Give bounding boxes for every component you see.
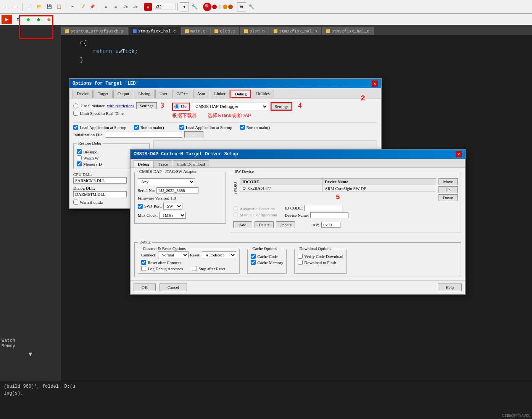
adapter-dropdown[interactable]: Any xyxy=(138,178,195,185)
tab-cpp[interactable]: C/C++ xyxy=(172,90,192,98)
tab-oledh[interactable]: oled.h xyxy=(240,27,269,35)
forward-button[interactable]: → xyxy=(11,2,21,11)
log-debug-check[interactable] xyxy=(141,266,146,271)
tab-hal[interactable]: stm32f1xx_hal.c xyxy=(129,27,180,35)
tab-oledc[interactable]: oled.c xyxy=(210,27,239,35)
reset-after-connect-check[interactable] xyxy=(141,260,146,265)
tab-linker[interactable]: Linker xyxy=(210,90,229,98)
maxclock-dropdown[interactable]: 1MHz xyxy=(159,212,186,219)
driver-tab-trace[interactable]: Trace xyxy=(155,160,172,168)
tab-halh[interactable]: stm32f1xx_hal.h xyxy=(269,27,321,35)
breakpoints-check[interactable] xyxy=(77,149,82,154)
unindent-btn[interactable]: ≡ xyxy=(111,2,120,11)
td-idcode: ⊙ 0x2BA01477 xyxy=(240,185,322,192)
settings-icon[interactable]: 🔧 xyxy=(247,2,256,11)
port-dropdown[interactable]: SW xyxy=(163,203,182,210)
indent-btn[interactable]: ≡ xyxy=(101,2,110,11)
run-main2-check[interactable] xyxy=(240,125,245,130)
tab-listing[interactable]: Listing xyxy=(134,90,154,98)
reset-dropdown[interactable]: Autodetect xyxy=(202,251,236,258)
cancel-btn[interactable]: Cancel xyxy=(160,284,187,291)
uncomment-btn[interactable]: //≡ xyxy=(131,2,140,11)
driver-tab-flash[interactable]: Flash Download xyxy=(173,160,209,168)
comment-btn[interactable]: //≡ xyxy=(121,2,130,11)
tab-label-startup: startup_stm32f103xb.s xyxy=(71,29,124,34)
ap-input[interactable] xyxy=(321,222,340,228)
options-btn[interactable]: ⚙ xyxy=(13,15,23,24)
help-btn[interactable]: Help xyxy=(438,284,462,291)
init-file-input[interactable] xyxy=(106,132,182,138)
dot4 xyxy=(228,5,233,9)
limit-speed-check[interactable] xyxy=(73,111,78,116)
update-btn[interactable]: Update xyxy=(276,221,295,228)
driver-close-btn[interactable]: ✕ xyxy=(456,151,462,157)
open-btn[interactable]: 📂 xyxy=(35,2,44,11)
tab-asm[interactable]: Asm xyxy=(193,90,210,98)
serial-row: Serial No: xyxy=(138,187,222,193)
find-btn[interactable]: 🔍 xyxy=(203,3,211,11)
init-file-browse[interactable]: ... xyxy=(184,131,203,138)
copy-btn[interactable]: 📝 xyxy=(78,2,87,11)
tab-debug[interactable]: Debug xyxy=(231,90,251,98)
left-settings-btn[interactable]: Settings xyxy=(136,102,156,109)
code-line-307: } xyxy=(80,56,528,64)
tab-startup[interactable]: startup_stm32f103xb.s xyxy=(61,27,128,35)
select-dropdown[interactable]: ▼ xyxy=(180,2,189,11)
verify-code-check[interactable] xyxy=(298,254,303,259)
build-icon[interactable]: 🔧 xyxy=(190,2,199,11)
up-btn[interactable]: Up xyxy=(438,186,458,193)
memoryd-check[interactable] xyxy=(77,161,82,166)
move-btn[interactable]: Move xyxy=(438,178,458,185)
use-simulator-radio[interactable] xyxy=(73,103,78,108)
back-button[interactable]: ← xyxy=(2,2,11,11)
debugger-select[interactable]: CMSIS-DAP Debugger xyxy=(192,103,268,110)
delete-btn[interactable]: Delete xyxy=(255,221,274,228)
save-all-btn[interactable]: 📋 xyxy=(55,2,64,11)
cpu-dll-input[interactable] xyxy=(73,177,127,184)
firmware-val: 1.0 xyxy=(171,196,176,200)
diamond-btn2[interactable]: ◆ xyxy=(34,15,43,24)
dialog-dll-input[interactable] xyxy=(73,191,127,197)
add-btn[interactable]: Add xyxy=(233,221,252,228)
cache-code-check[interactable] xyxy=(251,254,256,259)
use-radio[interactable] xyxy=(174,104,179,109)
run-main1-check[interactable] xyxy=(134,125,139,130)
paste-btn[interactable]: 📌 xyxy=(88,2,97,11)
tab-output[interactable]: Output xyxy=(113,90,134,98)
auto-detect-label: Automatic Detection xyxy=(240,206,275,211)
new-file-btn[interactable]: 📄 xyxy=(25,2,34,11)
scroll-arrow[interactable]: ▼ xyxy=(29,351,32,358)
download-flash-check[interactable] xyxy=(298,260,303,265)
serial-input[interactable] xyxy=(156,187,198,193)
save-btn[interactable]: 💾 xyxy=(45,2,54,11)
tab-halc2[interactable]: stm32f1xx_hal_c xyxy=(322,27,374,35)
ok-btn[interactable]: OK xyxy=(134,284,156,291)
tab-user[interactable]: User xyxy=(155,90,172,98)
warn-outda-check[interactable] xyxy=(73,200,78,205)
with-restrictions-link[interactable]: with restrictions xyxy=(107,103,134,108)
swj-check[interactable] xyxy=(138,204,143,209)
connect-dropdown[interactable]: Normal xyxy=(158,251,189,258)
diamond-btn1[interactable]: ◆ xyxy=(24,15,33,24)
sw-device-content: SWDIO IDCODE Device Name xyxy=(233,178,458,201)
watchw-check[interactable] xyxy=(77,155,82,160)
tab-device[interactable]: Device xyxy=(73,90,93,98)
tab-target[interactable]: Target xyxy=(94,90,113,98)
right-settings-btn[interactable]: Settings xyxy=(271,103,292,110)
connect-row: Connect: Normal Reset: Autodetect xyxy=(141,251,236,258)
driver-tab-debug[interactable]: Debug xyxy=(134,160,154,168)
sw-device-row[interactable]: ⊙ 0x2BA01477 ARM CoreSight SW-DP xyxy=(240,185,436,192)
tab-utilities[interactable]: Utilities xyxy=(252,90,274,98)
target-input[interactable] xyxy=(153,4,176,10)
tab-main[interactable]: main.c xyxy=(181,27,210,35)
load-app2-check[interactable] xyxy=(179,125,184,130)
load-app1-check[interactable] xyxy=(73,125,78,130)
cut-btn[interactable]: ✂ xyxy=(68,2,77,11)
options-close-btn[interactable]: ✕ xyxy=(372,81,378,87)
down-btn[interactable]: Down xyxy=(438,194,458,201)
grid-btn[interactable]: ⊞ xyxy=(237,2,246,11)
stop-after-reset-check[interactable] xyxy=(192,266,197,271)
cache-memory-check[interactable] xyxy=(251,260,256,265)
tab-label-main: main.c xyxy=(190,29,206,34)
diamond-btn3[interactable]: ◆ xyxy=(44,15,53,24)
